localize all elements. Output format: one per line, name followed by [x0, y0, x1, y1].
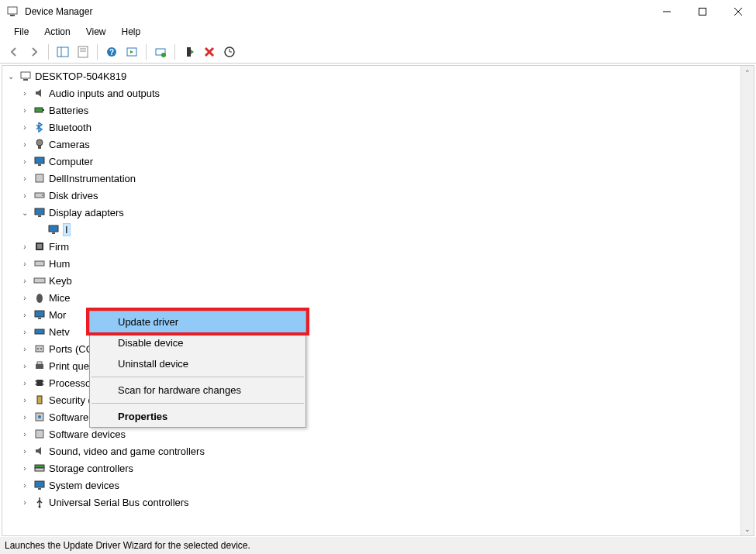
expand-arrow-icon[interactable]: ›	[19, 260, 30, 268]
svg-rect-40	[38, 318, 41, 319]
help-button[interactable]: ?	[102, 43, 121, 61]
svg-point-54	[38, 415, 41, 418]
tree-category-firmware[interactable]: › Firm	[5, 238, 751, 255]
context-menu: Update driver Disable device Uninstall d…	[89, 311, 306, 428]
ctx-properties[interactable]: Properties	[90, 406, 306, 427]
tree-category-bluetooth[interactable]: › Bluetooth	[5, 119, 751, 136]
tree-category-software-devices[interactable]: › Software devices	[5, 425, 751, 442]
computer-icon	[19, 70, 32, 82]
expand-arrow-icon[interactable]: ›	[19, 89, 30, 98]
svg-rect-55	[36, 430, 43, 438]
close-button[interactable]	[720, 0, 756, 23]
category-label: Mice	[49, 292, 70, 304]
svg-text:?: ?	[109, 48, 114, 57]
tree-category-cameras[interactable]: › Cameras	[5, 136, 751, 153]
firmware-icon	[33, 240, 46, 253]
expand-arrow-icon[interactable]: ›	[19, 277, 30, 285]
scan-hardware-button[interactable]	[220, 43, 239, 61]
ctx-scan-hardware[interactable]: Scan for hardware changes	[90, 380, 306, 401]
tree-category-display-adapters[interactable]: ⌄ Display adapters	[5, 204, 751, 221]
statusbar: Launches the Update Driver Wizard for th…	[0, 537, 756, 554]
expand-arrow-icon[interactable]: ›	[19, 311, 30, 319]
svg-rect-45	[36, 364, 43, 369]
action-button[interactable]	[123, 43, 141, 61]
tree-category-batteries[interactable]: › Batteries	[5, 102, 751, 119]
expand-arrow-icon[interactable]: ›	[19, 174, 30, 183]
tree-category-keyboards[interactable]: › Keyb	[5, 272, 751, 289]
menu-view[interactable]: View	[78, 25, 114, 39]
tree-category-sound[interactable]: › Sound, video and game controllers	[5, 442, 751, 459]
security-icon	[33, 394, 46, 406]
expand-arrow-icon[interactable]: ›	[19, 106, 30, 115]
uninstall-device-button[interactable]	[200, 43, 219, 61]
svg-point-15	[161, 53, 166, 57]
svg-point-28	[42, 194, 43, 196]
processor-icon	[33, 377, 46, 389]
tree-category-dellinstrumentation[interactable]: › DellInstrumentation	[5, 170, 751, 187]
expand-arrow-icon[interactable]: ›	[19, 464, 30, 473]
svg-rect-1	[10, 15, 15, 16]
expand-arrow-icon[interactable]: ›	[19, 191, 30, 200]
menu-help[interactable]: Help	[114, 25, 149, 39]
device-tree[interactable]: ⌄ DESKTOP-504K819 › Audio inputs and out…	[2, 66, 754, 512]
category-label: DellInstrumentation	[49, 173, 136, 184]
tree-category-audio[interactable]: › Audio inputs and outputs	[5, 84, 751, 102]
tree-category-system[interactable]: › System devices	[5, 477, 751, 494]
expand-arrow-icon[interactable]: ›	[19, 157, 30, 166]
expand-arrow-icon[interactable]: ›	[19, 413, 30, 422]
expand-arrow-icon[interactable]: ›	[19, 481, 30, 490]
expand-arrow-icon[interactable]: ›	[19, 430, 30, 439]
expand-arrow-icon[interactable]: ›	[19, 379, 30, 387]
expand-arrow-icon[interactable]: ›	[19, 396, 30, 404]
tree-category-hid[interactable]: › Hum	[5, 255, 751, 272]
ctx-separator	[91, 403, 304, 404]
svg-rect-57	[35, 468, 44, 471]
category-label: Batteries	[49, 105, 88, 116]
expand-arrow-icon[interactable]: ›	[19, 123, 30, 132]
svg-point-38	[36, 294, 43, 303]
device-label: I	[63, 223, 71, 236]
minimize-button[interactable]	[649, 0, 685, 23]
maximize-button[interactable]	[685, 0, 720, 23]
disk-icon	[33, 189, 46, 201]
ctx-disable-device[interactable]: Disable device	[90, 332, 306, 353]
expand-arrow-icon[interactable]: ›	[19, 447, 30, 456]
category-label: Computer	[49, 156, 93, 167]
menu-action[interactable]: Action	[36, 25, 78, 39]
update-driver-button[interactable]	[151, 43, 170, 61]
ctx-uninstall-device[interactable]: Uninstall device	[90, 353, 306, 374]
expand-arrow-icon[interactable]: ›	[19, 294, 30, 302]
scroll-up-button[interactable]: ⌃	[740, 66, 754, 79]
tree-device-display-child[interactable]: I	[5, 221, 751, 238]
expand-arrow-icon[interactable]: ›	[19, 345, 30, 353]
tree-category-computer[interactable]: › Computer	[5, 153, 751, 170]
expand-arrow-icon[interactable]: ›	[19, 243, 30, 251]
expand-arrow-icon[interactable]: ›	[19, 140, 30, 149]
tree-category-storage[interactable]: › Storage controllers	[5, 459, 751, 477]
expand-arrow-icon[interactable]: ⌄	[5, 72, 16, 81]
tree-root[interactable]: ⌄ DESKTOP-504K819	[5, 67, 751, 84]
show-hide-console-tree-button[interactable]	[54, 43, 72, 61]
scroll-down-button[interactable]: ⌄	[740, 522, 754, 535]
ctx-update-driver[interactable]: Update driver	[90, 311, 306, 332]
tree-category-disk-drives[interactable]: › Disk drives	[5, 187, 751, 204]
bluetooth-icon	[33, 121, 46, 133]
properties-button[interactable]	[74, 43, 92, 61]
back-button[interactable]	[5, 43, 23, 61]
sound-icon	[33, 445, 46, 457]
battery-icon	[33, 104, 46, 116]
tree-category-usb[interactable]: › Universal Serial Bus controllers	[5, 494, 751, 511]
menu-file[interactable]: File	[6, 25, 36, 39]
expand-arrow-icon[interactable]: ⌄	[19, 208, 30, 217]
expand-arrow-icon[interactable]: ›	[19, 362, 30, 370]
expand-arrow-icon[interactable]: ›	[19, 328, 30, 336]
camera-icon	[33, 138, 46, 150]
expand-arrow-icon[interactable]: ›	[19, 498, 30, 507]
svg-rect-42	[36, 346, 43, 352]
statusbar-text: Launches the Update Driver Wizard for th…	[5, 540, 250, 551]
vertical-scrollbar[interactable]: ⌃ ⌄	[740, 66, 754, 535]
tree-category-mice[interactable]: › Mice	[5, 289, 751, 306]
window-title: Device Manager	[25, 6, 649, 17]
enable-device-button[interactable]	[180, 43, 198, 61]
forward-button[interactable]	[25, 43, 43, 61]
